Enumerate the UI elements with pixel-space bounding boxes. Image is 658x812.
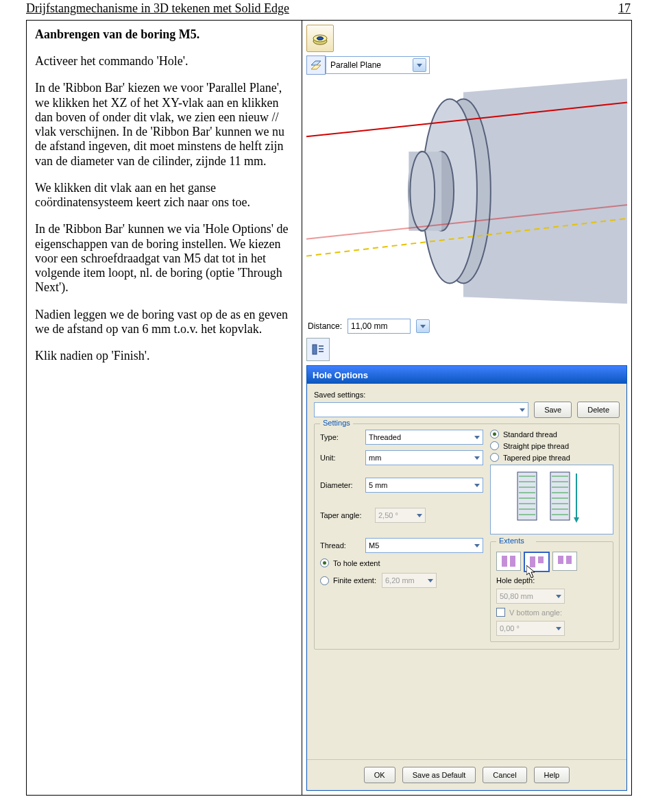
extent-through-all-icon[interactable] bbox=[496, 552, 521, 571]
svg-marker-39 bbox=[574, 517, 579, 523]
help-button[interactable]: Help bbox=[534, 767, 570, 783]
extents-group: Extents bbox=[490, 541, 613, 642]
dialog-button-row: OK Save as Default Cancel Help bbox=[307, 759, 626, 790]
settings-legend: Settings bbox=[320, 419, 353, 427]
thread-dropdown[interactable]: M5 bbox=[365, 538, 483, 553]
svg-rect-44 bbox=[558, 556, 563, 564]
paragraph: Klik nadien op 'Finish'. bbox=[35, 349, 295, 363]
section-heading: Aanbrengen van de boring M5. bbox=[35, 27, 295, 42]
finite-extent-radio[interactable]: Finite extent: bbox=[320, 576, 376, 585]
plane-icon[interactable] bbox=[306, 56, 326, 75]
unit-label: Unit: bbox=[320, 454, 360, 462]
svg-rect-29 bbox=[550, 472, 570, 520]
svg-marker-3 bbox=[311, 61, 321, 65]
paragraph: We klikken dit vlak aan en het ganse coö… bbox=[35, 181, 295, 210]
paragraph: Activeer het commando 'Hole'. bbox=[35, 54, 295, 69]
paragraph: In de 'Ribbon Bar' kunnen we via 'Hole O… bbox=[35, 222, 295, 295]
svg-rect-41 bbox=[510, 556, 515, 567]
save-button[interactable]: Save bbox=[534, 402, 572, 418]
ok-button[interactable]: OK bbox=[364, 767, 395, 783]
distance-value: 11,00 mm bbox=[351, 321, 387, 331]
page-number: 17 bbox=[618, 1, 631, 16]
v-bottom-check: V bottom angle: bbox=[496, 608, 607, 617]
delete-button[interactable]: Delete bbox=[577, 402, 620, 418]
cancel-button[interactable]: Cancel bbox=[483, 767, 526, 783]
plane-dropdown-value: Parallel Plane bbox=[330, 60, 381, 70]
parallel-plane-selector: Parallel Plane bbox=[306, 56, 627, 74]
diameter-dropdown[interactable]: 5 mm bbox=[365, 478, 483, 493]
chevron-down-icon[interactable] bbox=[416, 319, 430, 333]
doc-title: Drijfstangmechanisme in 3D tekenen met S… bbox=[26, 1, 289, 16]
svg-rect-43 bbox=[538, 556, 544, 563]
taper-input: 2,50 ° bbox=[375, 508, 426, 523]
type-dropdown[interactable]: Threaded bbox=[365, 430, 483, 445]
diameter-label: Diameter: bbox=[320, 481, 360, 489]
content-table: Aanbrengen van de boring M5. Activeer he… bbox=[26, 20, 632, 796]
saved-settings-label: Saved settings: bbox=[314, 391, 372, 399]
hole-depth-input: 50,80 mm bbox=[496, 589, 565, 604]
instructions-column: Aanbrengen van de boring M5. Activeer he… bbox=[27, 21, 302, 795]
v-bottom-input: 0,00 ° bbox=[496, 621, 565, 636]
hole-options-dialog: Hole Options Saved settings: Save Delete… bbox=[306, 365, 627, 791]
saved-settings-dropdown[interactable] bbox=[314, 402, 528, 417]
extent-finite-icon[interactable] bbox=[552, 552, 577, 571]
svg-rect-20 bbox=[517, 472, 537, 520]
svg-rect-45 bbox=[566, 556, 572, 564]
chevron-down-icon[interactable] bbox=[413, 58, 426, 72]
dialog-titlebar: Hole Options bbox=[307, 366, 626, 384]
extents-legend: Extents bbox=[496, 537, 536, 545]
straight-pipe-radio[interactable]: Straight pipe thread bbox=[490, 441, 613, 450]
distance-input[interactable]: 11,00 mm bbox=[348, 319, 411, 334]
svg-marker-4 bbox=[311, 65, 321, 69]
unit-dropdown[interactable]: mm bbox=[365, 450, 483, 465]
svg-rect-16 bbox=[313, 345, 317, 354]
thread-label: Thread: bbox=[320, 541, 360, 550]
plane-dropdown[interactable]: Parallel Plane bbox=[326, 56, 430, 74]
svg-point-2 bbox=[317, 37, 324, 40]
standard-thread-radio[interactable]: Standard thread bbox=[490, 430, 613, 439]
to-hole-extent-radio[interactable]: To hole extent bbox=[320, 558, 483, 567]
model-preview-panel bbox=[306, 78, 627, 315]
hole-options-icon[interactable] bbox=[306, 338, 330, 361]
screenshots-column: Parallel Plane bbox=[302, 21, 631, 795]
svg-point-12 bbox=[410, 151, 435, 231]
type-label: Type: bbox=[320, 433, 360, 441]
hole-preview-icon bbox=[490, 465, 613, 534]
page-header: Drijfstangmechanisme in 3D tekenen met S… bbox=[0, 0, 658, 16]
cursor-icon bbox=[526, 565, 536, 579]
distance-row: Distance: 11,00 mm bbox=[306, 319, 627, 334]
svg-rect-40 bbox=[502, 556, 507, 567]
dialog-title: Hole Options bbox=[313, 370, 368, 380]
tapered-pipe-radio[interactable]: Tapered pipe thread bbox=[490, 453, 613, 462]
svg-marker-46 bbox=[526, 565, 535, 578]
paragraph: In de 'Ribbon Bar' kiezen we voor 'Paral… bbox=[35, 81, 295, 168]
paragraph: Nadien leggen we de boring vast op de as… bbox=[35, 308, 295, 336]
finite-extent-input: 6,20 mm bbox=[382, 573, 437, 588]
distance-label: Distance: bbox=[308, 321, 342, 331]
taper-label: Taper angle: bbox=[320, 511, 369, 519]
settings-group: Settings Type: Threaded Unit: bbox=[314, 423, 620, 650]
hole-command-icon[interactable] bbox=[306, 25, 334, 52]
save-default-button[interactable]: Save as Default bbox=[402, 767, 476, 783]
